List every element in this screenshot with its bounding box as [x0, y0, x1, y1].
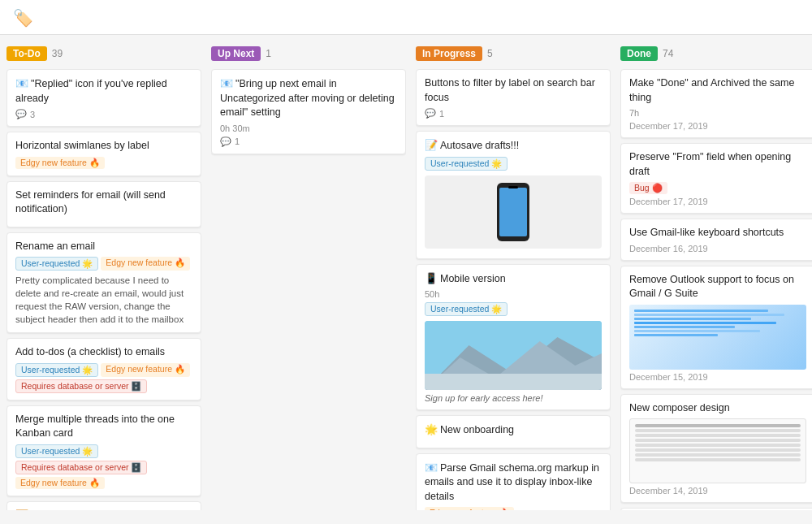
card-title-c7: 🖼️Deal with images from drafts [15, 509, 192, 510]
tag: Edgy new feature 🔥 [101, 257, 190, 271]
card-title-u1: 📧"Bring up next email in Uncategorized a… [220, 76, 397, 120]
card-mountain-p3 [425, 321, 602, 390]
card-date-d4: December 15, 2019 [629, 372, 806, 382]
card-c7[interactable]: 🖼️Deal with images from draftsBug 🔴 [6, 501, 201, 510]
cards-list-upnext: 📧"Bring up next email in Uncategorized a… [211, 69, 406, 510]
card-d5[interactable]: New composer designDecember 14, 2019 [620, 394, 812, 504]
tag: Bug 🔴 [629, 182, 667, 194]
card-d6[interactable]: 📝Open, edit & send draftNeed to worry ab… [620, 508, 812, 510]
phone-mockup [497, 183, 529, 241]
card-p4[interactable]: 🌟New onboarding [416, 415, 611, 448]
column-todo: To-Do39📧"Replied" icon if you've replied… [6, 45, 201, 510]
card-note-p3: Sign up for early access here! [425, 393, 602, 403]
tag: User-requested 🌟 [15, 444, 98, 458]
column-inprogress: In Progress5Buttons to filter by label o… [416, 45, 611, 510]
page-header: 🏷️ [0, 0, 812, 35]
tag: User-requested 🌟 [15, 363, 98, 377]
board-container: To-Do39📧"Replied" icon if you've replied… [0, 35, 812, 520]
cards-list-inprogress: Buttons to filter by label on search bar… [416, 69, 611, 510]
screenshot-bars [634, 310, 801, 336]
card-p3[interactable]: 📱Mobile version50hUser-requested 🌟 Sign … [416, 264, 611, 411]
comment-icon: 💬 [425, 108, 436, 119]
card-compose-d5 [629, 418, 806, 483]
column-label-inprogress: In Progress [416, 46, 482, 61]
card-title-c6: Merge multiple threads into the one Kanb… [15, 413, 192, 441]
card-title-d4: Remove Outlook support to focus on Gmail… [629, 273, 806, 301]
card-c4[interactable]: Rename an emailUser-requested 🌟Edgy new … [6, 232, 201, 334]
card-c3[interactable]: Set reminders for email (will send notif… [6, 181, 201, 227]
tag: Requires database or server 🗄️ [15, 461, 147, 474]
card-tags-c4: User-requested 🌟Edgy new feature 🔥 [15, 257, 192, 271]
card-tags-c6: User-requested 🌟Requires database or ser… [15, 444, 192, 489]
card-icon-p5: 📧 [425, 461, 438, 474]
card-c5[interactable]: Add to-dos (a checklist) to emailsUser-r… [6, 338, 201, 401]
tag: Edgy new feature 🔥 [15, 157, 105, 169]
column-count-upnext: 1 [266, 48, 271, 59]
tag: User-requested 🌟 [425, 157, 508, 171]
card-tags-d2: Bug 🔴 [629, 182, 806, 194]
features-icon: 🏷️ [13, 8, 33, 28]
card-d1[interactable]: Make "Done" and Archived the same thing7… [620, 69, 812, 138]
comment-count: 1 [439, 109, 444, 119]
card-time-p3: 50h [425, 289, 602, 299]
card-d3[interactable]: Use Gmail-like keyboard shortcutsDecembe… [620, 219, 812, 261]
phone-screen [499, 188, 527, 236]
column-upnext: Up Next1📧"Bring up next email in Uncateg… [211, 45, 406, 510]
cards-list-todo: 📧"Replied" icon if you've replied alread… [6, 69, 201, 510]
column-count-todo: 39 [52, 48, 63, 59]
card-u1[interactable]: 📧"Bring up next email in Uncategorized a… [211, 69, 406, 154]
card-tags-c5: User-requested 🌟Edgy new feature 🔥Requir… [15, 363, 192, 393]
card-desc-c4: Pretty complicated because I need to del… [15, 274, 192, 326]
card-p5[interactable]: 📧Parse Gmail schema.org markup in emails… [416, 453, 611, 511]
card-title-d1: Make "Done" and Archived the same thing [629, 76, 806, 105]
column-label-todo: To-Do [6, 46, 47, 61]
card-c2[interactable]: Horizontal swimlanes by labelEdgy new fe… [6, 132, 201, 176]
card-date-d5: December 14, 2019 [629, 486, 806, 496]
card-time-u1: 0h 30m [220, 123, 397, 133]
card-d2[interactable]: Preserve "From" field when opening draft… [620, 143, 812, 214]
card-title-p3: 📱Mobile version [425, 271, 602, 287]
column-label-upnext: Up Next [211, 46, 261, 61]
card-d4[interactable]: Remove Outlook support to focus on Gmail… [620, 266, 812, 389]
card-title-d2: Preserve "From" field when opening draft [629, 150, 806, 179]
column-header-upnext: Up Next1 [211, 45, 406, 63]
card-c1[interactable]: 📧"Replied" icon if you've replied alread… [6, 69, 201, 127]
card-title-c4: Rename an email [15, 240, 192, 254]
phone-notch [508, 186, 518, 188]
svg-rect-3 [425, 374, 602, 390]
column-count-done: 74 [663, 48, 673, 59]
card-title-c3: Set reminders for email (will send notif… [15, 188, 192, 217]
column-done: Done74Make "Done" and Archived the same … [620, 45, 812, 510]
card-c6[interactable]: Merge multiple threads into the one Kanb… [6, 405, 201, 496]
column-label-done: Done [620, 46, 658, 61]
card-icon-p3: 📱 [425, 272, 438, 284]
card-comments-p1: 💬1 [425, 108, 602, 119]
card-time-d1: 7h [629, 108, 806, 118]
card-screenshot-d4 [629, 305, 806, 370]
card-icon-c1: 📧 [15, 77, 28, 89]
column-header-inprogress: In Progress5 [416, 45, 611, 63]
card-icon-u1: 📧 [220, 77, 233, 89]
card-date-d3: December 16, 2019 [629, 244, 806, 253]
card-date-d2: December 17, 2019 [629, 197, 806, 206]
card-comments-u1: 💬1 [220, 136, 397, 147]
page-title: 🏷️ [13, 8, 40, 28]
card-title-p5: 📧Parse Gmail schema.org markup in emails… [425, 461, 602, 505]
tag: User-requested 🌟 [15, 257, 98, 271]
card-title-c5: Add to-dos (a checklist) to emails [15, 345, 192, 360]
comment-icon: 💬 [15, 109, 27, 119]
card-comments-c1: 💬3 [15, 109, 192, 119]
card-p1[interactable]: Buttons to filter by label on search bar… [416, 69, 611, 126]
tag: Edgy new feature 🔥 [425, 507, 514, 510]
tag: Edgy new feature 🔥 [101, 363, 190, 377]
tag: Requires database or server 🗄️ [15, 379, 147, 393]
card-icon-p2: 📝 [425, 139, 438, 151]
card-title-p2: 📝Autosave drafts!!! [425, 138, 602, 154]
column-header-todo: To-Do39 [6, 45, 201, 63]
comment-icon: 💬 [220, 136, 231, 147]
card-p2[interactable]: 📝Autosave drafts!!!User-requested 🌟 [416, 131, 611, 259]
card-tags-p3: User-requested 🌟 [425, 302, 602, 316]
tag: User-requested 🌟 [425, 302, 508, 316]
comment-count: 3 [30, 110, 35, 119]
card-date-d1: December 17, 2019 [629, 121, 806, 131]
